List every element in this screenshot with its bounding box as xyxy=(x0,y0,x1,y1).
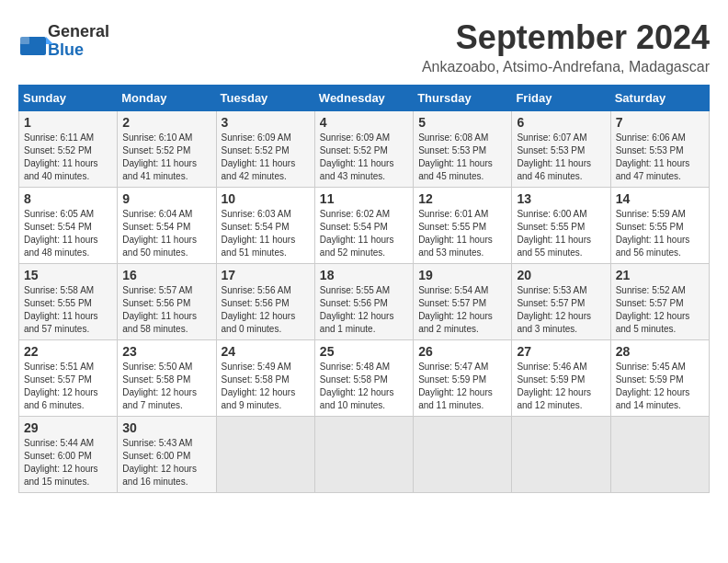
day-info: Sunrise: 5:44 AM Sunset: 6:00 PM Dayligh… xyxy=(24,437,112,488)
calendar-body: 1 Sunrise: 6:11 AM Sunset: 5:52 PM Dayli… xyxy=(19,111,710,493)
day-header-tuesday: Tuesday xyxy=(216,86,314,111)
day-number: 1 xyxy=(24,115,112,130)
day-number: 8 xyxy=(24,191,112,206)
day-info: Sunrise: 6:07 AM Sunset: 5:53 PM Dayligh… xyxy=(517,132,605,183)
calendar-cell: 19 Sunrise: 5:54 AM Sunset: 5:57 PM Dayl… xyxy=(414,264,512,340)
calendar-cell: 26 Sunrise: 5:47 AM Sunset: 5:59 PM Dayl… xyxy=(414,340,512,417)
day-info: Sunrise: 5:55 AM Sunset: 5:56 PM Dayligh… xyxy=(320,284,408,336)
day-number: 13 xyxy=(517,191,605,206)
day-info: Sunrise: 6:11 AM Sunset: 5:52 PM Dayligh… xyxy=(24,132,112,183)
day-info: Sunrise: 5:57 AM Sunset: 5:56 PM Dayligh… xyxy=(122,284,210,336)
calendar-cell: 5 Sunrise: 6:08 AM Sunset: 5:53 PM Dayli… xyxy=(414,111,512,188)
day-header-wednesday: Wednesday xyxy=(314,86,413,111)
calendar-table: SundayMondayTuesdayWednesdayThursdayFrid… xyxy=(18,85,710,493)
day-info: Sunrise: 6:04 AM Sunset: 5:54 PM Dayligh… xyxy=(122,208,210,259)
day-info: Sunrise: 6:00 AM Sunset: 5:55 PM Dayligh… xyxy=(517,208,605,259)
day-number: 27 xyxy=(517,344,605,359)
day-number: 18 xyxy=(320,268,408,282)
calendar-cell: 25 Sunrise: 5:48 AM Sunset: 5:58 PM Dayl… xyxy=(314,340,413,417)
day-number: 16 xyxy=(122,268,210,282)
day-header-thursday: Thursday xyxy=(414,86,512,111)
day-info: Sunrise: 5:46 AM Sunset: 5:59 PM Dayligh… xyxy=(517,361,605,412)
calendar-cell: 30 Sunrise: 5:43 AM Sunset: 6:00 PM Dayl… xyxy=(118,417,216,493)
main-title: September 2024 xyxy=(422,18,710,57)
day-number: 7 xyxy=(616,115,704,130)
calendar-cell: 11 Sunrise: 6:02 AM Sunset: 5:54 PM Dayl… xyxy=(314,188,413,264)
day-info: Sunrise: 5:45 AM Sunset: 5:59 PM Dayligh… xyxy=(616,361,704,412)
day-number: 5 xyxy=(418,115,506,130)
calendar-week-row: 29 Sunrise: 5:44 AM Sunset: 6:00 PM Dayl… xyxy=(19,417,710,493)
logo-icon xyxy=(18,28,46,55)
logo-text: General Blue xyxy=(48,23,109,60)
calendar-cell: 23 Sunrise: 5:50 AM Sunset: 5:58 PM Dayl… xyxy=(118,340,216,417)
day-header-monday: Monday xyxy=(118,86,216,111)
day-info: Sunrise: 5:58 AM Sunset: 5:55 PM Dayligh… xyxy=(24,284,112,336)
day-info: Sunrise: 6:06 AM Sunset: 5:53 PM Dayligh… xyxy=(616,132,704,183)
day-number: 25 xyxy=(320,344,408,359)
calendar-cell: 17 Sunrise: 5:56 AM Sunset: 5:56 PM Dayl… xyxy=(216,264,314,340)
day-number: 30 xyxy=(122,420,210,435)
calendar-cell: 29 Sunrise: 5:44 AM Sunset: 6:00 PM Dayl… xyxy=(19,417,118,493)
day-number: 20 xyxy=(517,268,605,282)
day-info: Sunrise: 6:02 AM Sunset: 5:54 PM Dayligh… xyxy=(320,208,408,259)
subtitle: Ankazoabo, Atsimo-Andrefana, Madagascar xyxy=(422,59,710,75)
calendar-cell: 24 Sunrise: 5:49 AM Sunset: 5:58 PM Dayl… xyxy=(216,340,314,417)
day-header-saturday: Saturday xyxy=(610,86,709,111)
day-number: 9 xyxy=(122,191,210,206)
calendar-cell: 20 Sunrise: 5:53 AM Sunset: 5:57 PM Dayl… xyxy=(512,264,610,340)
day-number: 15 xyxy=(24,268,112,282)
calendar-cell: 1 Sunrise: 6:11 AM Sunset: 5:52 PM Dayli… xyxy=(19,111,118,188)
calendar-cell xyxy=(216,417,314,493)
day-number: 28 xyxy=(616,344,704,359)
day-number: 23 xyxy=(122,344,210,359)
day-number: 26 xyxy=(418,344,506,359)
day-info: Sunrise: 5:50 AM Sunset: 5:58 PM Dayligh… xyxy=(122,361,210,412)
day-number: 29 xyxy=(24,420,112,435)
calendar-cell: 27 Sunrise: 5:46 AM Sunset: 5:59 PM Dayl… xyxy=(512,340,610,417)
calendar-cell: 16 Sunrise: 5:57 AM Sunset: 5:56 PM Dayl… xyxy=(118,264,216,340)
calendar-week-row: 8 Sunrise: 6:05 AM Sunset: 5:54 PM Dayli… xyxy=(19,188,710,264)
calendar-cell: 10 Sunrise: 6:03 AM Sunset: 5:54 PM Dayl… xyxy=(216,188,314,264)
calendar-cell: 9 Sunrise: 6:04 AM Sunset: 5:54 PM Dayli… xyxy=(118,188,216,264)
day-number: 22 xyxy=(24,344,112,359)
calendar-cell: 2 Sunrise: 6:10 AM Sunset: 5:52 PM Dayli… xyxy=(118,111,216,188)
calendar-cell xyxy=(610,417,709,493)
day-number: 11 xyxy=(320,191,408,206)
svg-marker-1 xyxy=(46,37,53,44)
calendar-cell xyxy=(512,417,610,493)
day-info: Sunrise: 5:48 AM Sunset: 5:58 PM Dayligh… xyxy=(320,361,408,412)
calendar-cell: 14 Sunrise: 5:59 AM Sunset: 5:55 PM Dayl… xyxy=(610,188,709,264)
calendar-cell: 3 Sunrise: 6:09 AM Sunset: 5:52 PM Dayli… xyxy=(216,111,314,188)
day-info: Sunrise: 5:59 AM Sunset: 5:55 PM Dayligh… xyxy=(616,208,704,259)
calendar-cell: 15 Sunrise: 5:58 AM Sunset: 5:55 PM Dayl… xyxy=(19,264,118,340)
day-number: 24 xyxy=(222,344,310,359)
day-number: 4 xyxy=(320,115,408,130)
calendar-cell: 22 Sunrise: 5:51 AM Sunset: 5:57 PM Dayl… xyxy=(19,340,118,417)
calendar-cell: 21 Sunrise: 5:52 AM Sunset: 5:57 PM Dayl… xyxy=(610,264,709,340)
day-info: Sunrise: 5:54 AM Sunset: 5:57 PM Dayligh… xyxy=(418,284,506,336)
day-info: Sunrise: 5:52 AM Sunset: 5:57 PM Dayligh… xyxy=(616,284,704,336)
day-info: Sunrise: 6:03 AM Sunset: 5:54 PM Dayligh… xyxy=(222,208,310,259)
day-info: Sunrise: 6:05 AM Sunset: 5:54 PM Dayligh… xyxy=(24,208,112,259)
day-info: Sunrise: 6:10 AM Sunset: 5:52 PM Dayligh… xyxy=(122,132,210,183)
calendar-week-row: 22 Sunrise: 5:51 AM Sunset: 5:57 PM Dayl… xyxy=(19,340,710,417)
calendar-week-row: 1 Sunrise: 6:11 AM Sunset: 5:52 PM Dayli… xyxy=(19,111,710,188)
day-info: Sunrise: 5:47 AM Sunset: 5:59 PM Dayligh… xyxy=(418,361,506,412)
day-info: Sunrise: 5:49 AM Sunset: 5:58 PM Dayligh… xyxy=(222,361,310,412)
calendar-cell xyxy=(414,417,512,493)
title-block: September 2024 Ankazoabo, Atsimo-Andrefa… xyxy=(422,18,710,75)
day-number: 17 xyxy=(222,268,310,282)
day-number: 10 xyxy=(222,191,310,206)
header: General Blue September 2024 Ankazoabo, A… xyxy=(18,18,710,75)
day-number: 12 xyxy=(418,191,506,206)
calendar-cell: 18 Sunrise: 5:55 AM Sunset: 5:56 PM Dayl… xyxy=(314,264,413,340)
day-number: 19 xyxy=(418,268,506,282)
day-number: 3 xyxy=(222,115,310,130)
day-info: Sunrise: 5:53 AM Sunset: 5:57 PM Dayligh… xyxy=(517,284,605,336)
day-number: 21 xyxy=(616,268,704,282)
day-info: Sunrise: 5:56 AM Sunset: 5:56 PM Dayligh… xyxy=(222,284,310,336)
day-header-sunday: Sunday xyxy=(19,86,118,111)
calendar-cell: 7 Sunrise: 6:06 AM Sunset: 5:53 PM Dayli… xyxy=(610,111,709,188)
day-header-friday: Friday xyxy=(512,86,610,111)
day-number: 6 xyxy=(517,115,605,130)
